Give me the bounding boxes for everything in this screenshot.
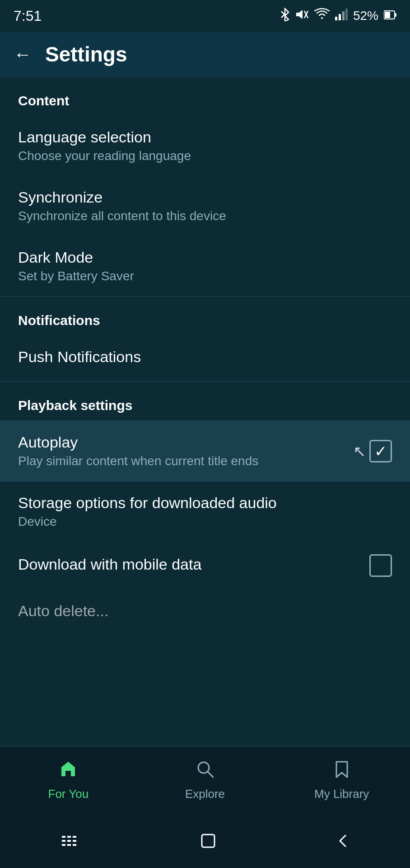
status-bar: 7:51 [0, 0, 410, 32]
page-title: Settings [45, 42, 127, 66]
section-playback-label: Playback settings [0, 382, 410, 420]
dark-mode-item[interactable]: Dark Mode Set by Battery Saver [0, 236, 410, 296]
svg-rect-17 [73, 836, 76, 838]
search-icon [195, 759, 215, 783]
system-nav-back[interactable] [336, 833, 350, 849]
storage-options-title: Storage options for downloaded audio [18, 494, 392, 512]
for-you-label: For You [48, 787, 89, 801]
synchronize-subtitle: Synchronize all content to this device [18, 209, 392, 223]
my-library-label: My Library [314, 787, 369, 801]
bottom-nav: For You Explore My Library [0, 746, 410, 814]
download-mobile-checkbox[interactable] [369, 554, 392, 577]
dark-mode-subtitle: Set by Battery Saver [18, 269, 392, 283]
svg-rect-3 [339, 14, 341, 20]
language-selection-title: Language selection [18, 128, 392, 146]
auto-delete-item[interactable]: Auto delete... [0, 590, 410, 620]
svg-rect-5 [345, 9, 348, 20]
svg-rect-16 [67, 844, 71, 846]
main-content: Content Language selection Choose your r… [0, 77, 410, 620]
language-selection-item[interactable]: Language selection Choose your reading l… [0, 116, 410, 176]
system-nav-menu[interactable] [60, 834, 80, 848]
status-icons: 52% [280, 8, 396, 24]
autoplay-checkbox[interactable] [369, 440, 392, 462]
svg-rect-7 [385, 12, 390, 18]
home-icon [58, 759, 78, 783]
synchronize-title: Synchronize [18, 189, 392, 206]
svg-rect-15 [67, 840, 71, 842]
explore-label: Explore [185, 787, 225, 801]
svg-line-10 [208, 772, 213, 777]
dark-mode-title: Dark Mode [18, 249, 392, 266]
language-selection-subtitle: Choose your reading language [18, 149, 392, 163]
svg-rect-13 [62, 844, 65, 846]
storage-options-item[interactable]: Storage options for downloaded audio Dev… [0, 481, 410, 542]
battery-icon [384, 9, 396, 23]
nav-my-library[interactable]: My Library [273, 759, 410, 801]
synchronize-item[interactable]: Synchronize Synchronize all content to t… [0, 176, 410, 236]
status-time: 7:51 [14, 8, 42, 24]
bookmark-icon [332, 759, 352, 783]
svg-rect-4 [342, 11, 345, 20]
svg-rect-11 [62, 836, 65, 838]
bluetooth-icon [280, 8, 290, 24]
svg-rect-8 [395, 13, 396, 17]
nav-explore[interactable]: Explore [137, 759, 274, 801]
download-mobile-item[interactable]: Download with mobile data [0, 542, 410, 590]
svg-rect-12 [62, 840, 65, 842]
auto-delete-title: Auto delete... [18, 602, 392, 620]
storage-options-subtitle: Device [18, 514, 392, 529]
push-notifications-title: Push Notifications [18, 348, 392, 366]
back-button[interactable]: ← [14, 44, 32, 65]
signal-icon [335, 9, 348, 24]
autoplay-subtitle: Play similar content when current title … [18, 454, 353, 468]
svg-rect-18 [73, 840, 76, 842]
cursor-icon: ↖ [353, 442, 366, 460]
svg-rect-20 [202, 835, 214, 847]
section-content-label: Content [0, 77, 410, 116]
wifi-icon [314, 8, 330, 24]
section-notifications-label: Notifications [0, 297, 410, 335]
autoplay-title: Autoplay [18, 434, 353, 451]
push-notifications-item[interactable]: Push Notifications [0, 335, 410, 381]
svg-rect-14 [67, 836, 71, 838]
svg-rect-19 [73, 844, 76, 846]
battery-text: 52% [353, 9, 378, 23]
download-mobile-title: Download with mobile data [18, 556, 369, 573]
system-nav-bar [0, 814, 410, 868]
svg-rect-2 [335, 17, 337, 20]
system-nav-home[interactable] [200, 833, 216, 849]
autoplay-item[interactable]: Autoplay Play similar content when curre… [0, 421, 410, 481]
nav-for-you[interactable]: For You [0, 759, 137, 801]
header: ← Settings [0, 32, 410, 77]
mute-icon [295, 8, 309, 24]
